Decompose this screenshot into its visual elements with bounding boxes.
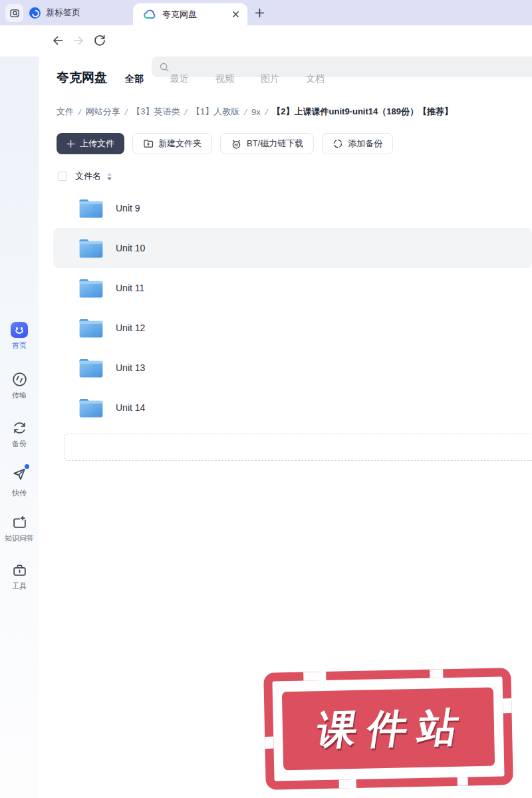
tab-image[interactable]: 图片 xyxy=(261,73,306,85)
add-backup-icon xyxy=(332,138,343,149)
add-backup-button[interactable]: 添加备份 xyxy=(322,133,393,154)
file-row-unit12[interactable]: Unit 12 xyxy=(53,308,532,348)
file-name: Unit 13 xyxy=(116,362,145,373)
file-name: Unit 14 xyxy=(116,402,145,413)
button-label: 添加备份 xyxy=(348,138,382,150)
folder-icon xyxy=(78,238,104,259)
breadcrumb: 文件 / 网站分享 / 【3】英语类 / 【1】人教版 / 9x / 【2】上课… xyxy=(57,106,453,118)
breadcrumb-item[interactable]: 【3】英语类 xyxy=(132,106,180,118)
breadcrumb-item[interactable]: 【1】人教版 xyxy=(192,106,239,118)
tab-recent[interactable]: 最近 xyxy=(170,73,215,85)
plus-icon xyxy=(66,140,75,148)
button-label: 上传文件 xyxy=(80,138,114,150)
breadcrumb-separator: / xyxy=(78,107,81,117)
sidebar-item-label: 工具 xyxy=(12,581,27,591)
quick-send-icon xyxy=(11,466,28,483)
filter-tabs: 全部 最近 视频 图片 文档 xyxy=(125,73,351,85)
sidebar-item-label: 备份 xyxy=(12,439,27,449)
breadcrumb-separator: / xyxy=(265,107,268,117)
breadcrumb-item[interactable]: 文件 xyxy=(57,106,74,118)
plus-icon xyxy=(255,8,265,18)
upload-dropzone[interactable] xyxy=(65,434,532,461)
folder-icon xyxy=(78,318,104,338)
file-list-header: 文件名 xyxy=(58,170,112,182)
column-header-filename: 文件名 xyxy=(75,170,101,182)
sidebar: 首页 传输 备份 快传 知识 xyxy=(0,57,39,798)
search-panel-button[interactable] xyxy=(5,4,23,22)
file-name: Unit 10 xyxy=(116,243,145,253)
file-name: Unit 12 xyxy=(116,323,145,333)
browser-navbar xyxy=(0,25,532,57)
browser-tab-newtab[interactable]: 新标签页 xyxy=(29,0,80,25)
tab-doc[interactable]: 文档 xyxy=(306,73,351,85)
stamp-fill: 课件站 xyxy=(282,688,495,771)
toolbox-icon xyxy=(11,562,28,579)
folder-icon xyxy=(78,278,104,299)
breadcrumb-separator: / xyxy=(125,107,128,117)
window-search-icon xyxy=(9,8,20,19)
new-folder-button[interactable]: 新建文件夹 xyxy=(132,133,212,154)
quark-browser-logo-icon xyxy=(29,7,41,19)
page-title: 夸克网盘 xyxy=(57,69,107,86)
sidebar-item-knowledge-qa[interactable]: 知识问答 xyxy=(0,514,39,543)
folder-icon xyxy=(78,358,104,378)
browser-tab-quark-drive[interactable]: 夸克网盘 xyxy=(133,3,247,25)
sidebar-item-label: 快传 xyxy=(12,488,27,498)
watermark-stamp: 课件站 xyxy=(263,668,513,790)
bt-download-icon: BT xyxy=(231,138,242,150)
sidebar-item-quick-send[interactable]: 快传 xyxy=(0,466,39,498)
cloud-drive-icon xyxy=(144,9,156,19)
button-label: 新建文件夹 xyxy=(158,138,201,150)
bt-magnet-download-button[interactable]: BT BT/磁力链下载 xyxy=(220,133,314,154)
tab-label: 夸克网盘 xyxy=(162,9,226,21)
tab-all[interactable]: 全部 xyxy=(125,73,170,85)
home-smile-icon xyxy=(11,322,28,338)
file-row-unit13[interactable]: Unit 13 xyxy=(53,348,532,388)
file-row-unit14[interactable]: Unit 14 xyxy=(53,388,532,428)
new-folder-icon xyxy=(143,138,154,149)
toolbar: 上传文件 新建文件夹 BT BT/磁力链下载 添加备份 xyxy=(57,133,393,154)
file-row-unit11[interactable]: Unit 11 xyxy=(53,268,532,308)
close-icon[interactable] xyxy=(232,11,239,18)
knowledge-qa-icon xyxy=(11,514,28,531)
file-row-unit10[interactable]: Unit 10 xyxy=(53,228,532,268)
breadcrumb-item[interactable]: 9x xyxy=(251,107,261,117)
back-icon[interactable] xyxy=(51,34,65,47)
breadcrumb-item-current: 【2】上课课件unit9-unit14（189份）【推荐】 xyxy=(272,106,453,118)
file-list: Unit 9 Unit 10 Unit 11 Unit 12 xyxy=(53,188,532,428)
file-row-unit9[interactable]: Unit 9 xyxy=(53,188,532,228)
sort-arrows-icon[interactable] xyxy=(106,172,112,181)
forward-icon[interactable] xyxy=(72,34,85,47)
sidebar-item-tools[interactable]: 工具 xyxy=(0,562,39,591)
sidebar-item-backup[interactable]: 备份 xyxy=(0,420,39,449)
breadcrumb-separator: / xyxy=(244,107,247,117)
tab-label: 新标签页 xyxy=(46,7,80,19)
search-icon xyxy=(159,62,170,72)
new-tab-button[interactable] xyxy=(251,5,267,21)
file-name: Unit 11 xyxy=(116,283,144,293)
button-label: BT/磁力链下载 xyxy=(247,138,303,150)
file-name: Unit 9 xyxy=(116,203,140,213)
tab-video[interactable]: 视频 xyxy=(215,73,261,85)
folder-icon xyxy=(78,398,104,418)
transfer-icon xyxy=(11,371,28,388)
sync-icon xyxy=(11,420,28,436)
folder-icon xyxy=(78,198,104,219)
notification-dot xyxy=(25,464,29,469)
watermark-text: 课件站 xyxy=(304,700,473,757)
sidebar-item-home[interactable]: 首页 xyxy=(0,322,39,350)
sidebar-item-label: 首页 xyxy=(12,340,27,350)
breadcrumb-item[interactable]: 网站分享 xyxy=(86,106,120,118)
svg-text:BT: BT xyxy=(234,143,238,146)
select-all-checkbox[interactable] xyxy=(58,172,67,181)
sidebar-item-label: 传输 xyxy=(12,390,27,400)
refresh-icon[interactable] xyxy=(93,34,106,47)
browser-chrome: 新标签页 夸克网盘 xyxy=(0,0,532,25)
upload-file-button[interactable]: 上传文件 xyxy=(57,133,124,154)
breadcrumb-separator: / xyxy=(184,107,187,117)
sidebar-item-label: 知识问答 xyxy=(5,533,34,543)
sidebar-item-transfer[interactable]: 传输 xyxy=(0,371,39,400)
